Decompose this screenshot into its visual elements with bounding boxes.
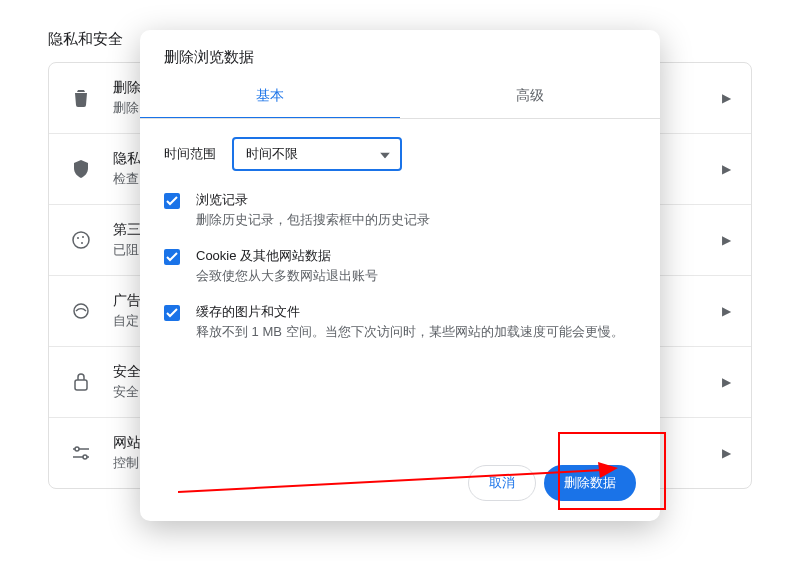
checkbox[interactable] xyxy=(164,305,180,321)
time-range-value: 时间不限 xyxy=(246,145,298,163)
item-cache[interactable]: 缓存的图片和文件 释放不到 1 MB 空间。当您下次访问时，某些网站的加载速度可… xyxy=(164,303,636,341)
item-sub: 会致使您从大多数网站退出账号 xyxy=(196,267,378,285)
modal-overlay: 删除浏览数据 基本 高级 时间范围 时间不限 浏览记录 xyxy=(0,0,801,561)
item-title: Cookie 及其他网站数据 xyxy=(196,247,378,265)
dialog-title: 删除浏览数据 xyxy=(140,30,660,75)
tab-advanced[interactable]: 高级 xyxy=(400,75,660,119)
dialog-tabs: 基本 高级 xyxy=(140,75,660,119)
item-cookies[interactable]: Cookie 及其他网站数据 会致使您从大多数网站退出账号 xyxy=(164,247,636,285)
confirm-button[interactable]: 删除数据 xyxy=(544,465,636,501)
item-browsing-history[interactable]: 浏览记录 删除历史记录，包括搜索框中的历史记录 xyxy=(164,191,636,229)
time-range-label: 时间范围 xyxy=(164,145,216,163)
caret-down-icon xyxy=(380,147,390,162)
checkbox[interactable] xyxy=(164,193,180,209)
item-sub: 释放不到 1 MB 空间。当您下次访问时，某些网站的加载速度可能会更慢。 xyxy=(196,323,624,341)
dialog-body: 时间范围 时间不限 浏览记录 删除历史记录，包括搜索框中的历史记录 xyxy=(140,119,660,369)
item-title: 浏览记录 xyxy=(196,191,430,209)
time-range-select[interactable]: 时间不限 xyxy=(232,137,402,171)
cancel-button[interactable]: 取消 xyxy=(468,465,536,501)
item-sub: 删除历史记录，包括搜索框中的历史记录 xyxy=(196,211,430,229)
tab-basic[interactable]: 基本 xyxy=(140,75,400,119)
checkbox[interactable] xyxy=(164,249,180,265)
clear-data-dialog: 删除浏览数据 基本 高级 时间范围 时间不限 浏览记录 xyxy=(140,30,660,521)
dialog-footer: 取消 删除数据 xyxy=(140,449,660,521)
item-title: 缓存的图片和文件 xyxy=(196,303,624,321)
